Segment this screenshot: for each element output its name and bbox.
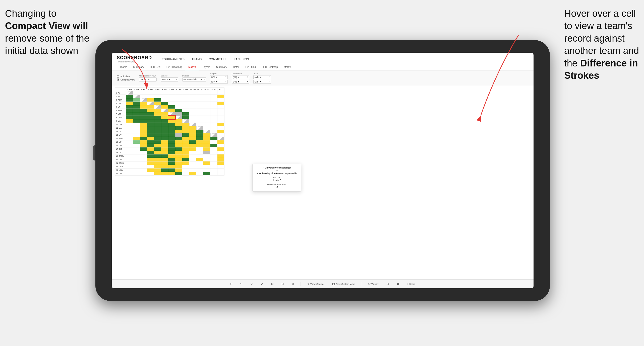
cell-1-7[interactable]: [168, 91, 175, 95]
cell-1-8[interactable]: [175, 91, 182, 95]
cell-8-6[interactable]: [161, 116, 168, 119]
cell-1-1[interactable]: [126, 91, 133, 95]
cell-13-10[interactable]: [189, 133, 196, 137]
cell-24-10[interactable]: [189, 172, 196, 176]
cell-6-1[interactable]: [126, 109, 133, 112]
cell-6-3[interactable]: [140, 109, 147, 112]
cell-16-1[interactable]: [126, 144, 133, 147]
cell-15-13[interactable]: [210, 140, 217, 144]
cell-12-7[interactable]: [168, 130, 175, 133]
cell-8-2[interactable]: [133, 116, 140, 119]
cell-18-6[interactable]: [161, 151, 168, 154]
cell-23-12[interactable]: [203, 168, 210, 172]
cell-24-2[interactable]: [133, 172, 140, 176]
cell-11-11[interactable]: [196, 126, 203, 130]
cell-10-14[interactable]: [217, 123, 224, 126]
tab-h2h-grid-2[interactable]: H2H Grid: [242, 64, 259, 70]
cell-21-4[interactable]: [147, 161, 154, 165]
cell-22-14[interactable]: [217, 165, 224, 168]
cell-19-9[interactable]: [182, 154, 189, 158]
cell-22-3[interactable]: [140, 165, 147, 168]
cell-22-11[interactable]: [196, 165, 203, 168]
cell-18-9[interactable]: [182, 151, 189, 154]
cell-1-2[interactable]: [133, 91, 140, 95]
cell-24-14[interactable]: [217, 172, 224, 176]
region-select-2[interactable]: N/A ▼: [210, 80, 228, 84]
cell-4-12[interactable]: [203, 102, 210, 105]
cell-22-6[interactable]: [161, 165, 168, 168]
cell-16-7[interactable]: [168, 144, 175, 147]
cell-14-14[interactable]: [217, 137, 224, 140]
cell-14-5[interactable]: [154, 137, 161, 140]
cell-12-4[interactable]: [147, 130, 154, 133]
cell-2-12[interactable]: [203, 95, 210, 98]
cell-16-3[interactable]: [140, 144, 147, 147]
cell-18-10[interactable]: [189, 151, 196, 154]
cell-23-13[interactable]: [210, 168, 217, 172]
cell-15-9[interactable]: [182, 140, 189, 144]
cell-13-1[interactable]: [126, 133, 133, 137]
cell-3-4[interactable]: [147, 98, 154, 102]
cell-2-5[interactable]: [154, 95, 161, 98]
cell-16-2[interactable]: [133, 144, 140, 147]
cell-13-12[interactable]: [203, 133, 210, 137]
cell-13-8[interactable]: [175, 133, 182, 137]
cell-5-12[interactable]: [203, 105, 210, 109]
cell-21-11[interactable]: [196, 161, 203, 165]
cell-24-5[interactable]: [154, 172, 161, 176]
cell-11-5[interactable]: [154, 126, 161, 130]
cell-23-3[interactable]: [140, 168, 147, 172]
cell-2-9[interactable]: [182, 95, 189, 98]
cell-15-3[interactable]: [140, 140, 147, 144]
cell-20-14[interactable]: [217, 158, 224, 161]
cell-13-5[interactable]: [154, 133, 161, 137]
cell-9-13[interactable]: [210, 119, 217, 123]
toolbar-watch[interactable]: ⊕ Watch ▾: [366, 282, 380, 286]
cell-2-6[interactable]: [161, 95, 168, 98]
cell-17-10[interactable]: [189, 147, 196, 151]
cell-6-8[interactable]: [175, 109, 182, 112]
cell-23-7[interactable]: [168, 168, 175, 172]
cell-13-13[interactable]: [210, 133, 217, 137]
cell-5-7[interactable]: [168, 105, 175, 109]
cell-16-6[interactable]: [161, 144, 168, 147]
cell-11-1[interactable]: [126, 126, 133, 130]
cell-9-1[interactable]: [126, 119, 133, 123]
cell-5-5[interactable]: [154, 105, 161, 109]
cell-8-10[interactable]: [189, 116, 196, 119]
region-select[interactable]: N/A ▼: [210, 75, 228, 79]
cell-11-12[interactable]: [203, 126, 210, 130]
cell-11-13[interactable]: [210, 126, 217, 130]
cell-8-9[interactable]: [182, 116, 189, 119]
cell-4-2[interactable]: [133, 102, 140, 105]
cell-10-3[interactable]: [140, 123, 147, 126]
cell-23-6[interactable]: [161, 168, 168, 172]
tab-summary-2[interactable]: Summary: [213, 64, 230, 70]
cell-19-4[interactable]: [147, 154, 154, 158]
cell-15-14[interactable]: [217, 140, 224, 144]
cell-19-1[interactable]: [126, 154, 133, 158]
cell-17-3[interactable]: [140, 147, 147, 151]
cell-7-9[interactable]: [182, 112, 189, 116]
cell-3-12[interactable]: [203, 98, 210, 102]
cell-4-5[interactable]: [154, 102, 161, 105]
cell-8-4[interactable]: [147, 116, 154, 119]
cell-2-2[interactable]: [133, 95, 140, 98]
cell-8-8[interactable]: [175, 116, 182, 119]
cell-14-7[interactable]: [168, 137, 175, 140]
cell-24-3[interactable]: [140, 172, 147, 176]
cell-9-12[interactable]: [203, 119, 210, 123]
cell-16-8[interactable]: [175, 144, 182, 147]
cell-3-3[interactable]: [140, 98, 147, 102]
cell-18-5[interactable]: [154, 151, 161, 154]
cell-9-8[interactable]: [175, 119, 182, 123]
cell-24-9[interactable]: [182, 172, 189, 176]
cell-3-13[interactable]: [210, 98, 217, 102]
cell-8-12[interactable]: [203, 116, 210, 119]
cell-7-5[interactable]: [154, 112, 161, 116]
cell-17-9[interactable]: [182, 147, 189, 151]
cell-19-14[interactable]: [217, 154, 224, 158]
cell-20-3[interactable]: [140, 158, 147, 161]
tab-h2h-grid-1[interactable]: H2H Grid: [147, 64, 163, 70]
cell-2-3[interactable]: [140, 95, 147, 98]
